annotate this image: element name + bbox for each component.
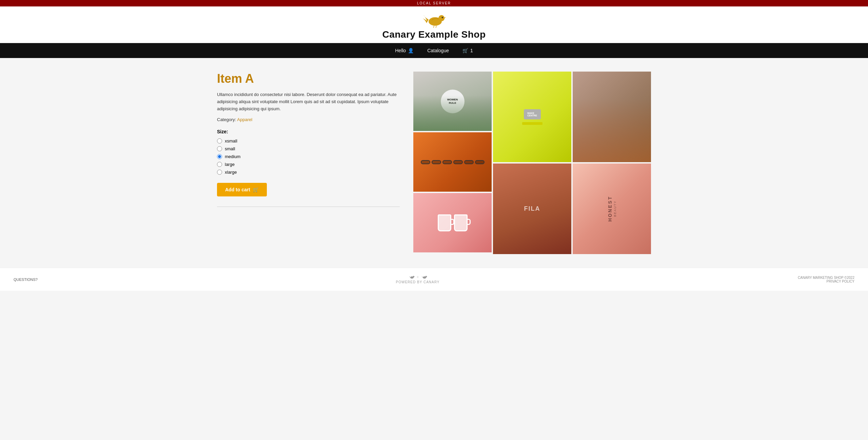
size-label: Size:	[217, 129, 400, 134]
gallery-building	[573, 72, 651, 162]
size-small-label: small	[225, 146, 235, 151]
size-large-label: large	[225, 162, 235, 167]
cart-icon: 🛒	[462, 48, 468, 53]
logo-container	[0, 13, 868, 29]
svg-point-5	[413, 276, 414, 278]
product-divider	[217, 207, 400, 207]
size-medium-option[interactable]: medium	[217, 154, 400, 159]
footer-privacy-link[interactable]: PRIVACY POLICY	[827, 280, 854, 283]
product-description: Ullamco incididunt do consectetur nisi l…	[217, 91, 400, 112]
local-server-bar: LOCAL SERVER	[0, 0, 868, 6]
footer-plus-icon: +	[417, 275, 419, 280]
category-link[interactable]: Apparel	[237, 117, 252, 122]
gallery-section: WOMENRULE	[413, 72, 651, 254]
svg-point-3	[442, 17, 443, 17]
size-medium-label: medium	[225, 154, 240, 159]
footer-questions: QUESTIONS?	[14, 278, 38, 282]
svg-point-2	[442, 17, 443, 18]
footer-bird-icons: +	[409, 275, 427, 280]
person-icon: 👤	[408, 48, 414, 53]
nav-catalogue[interactable]: Catalogue	[427, 48, 449, 53]
gallery-mugs	[413, 193, 492, 252]
product-section: Item A Ullamco incididunt do consectetur…	[217, 72, 400, 254]
gallery-col-3: HONEST BEAUTY	[573, 72, 651, 254]
gallery-honest: HONEST BEAUTY	[573, 164, 651, 254]
gallery-pins: MAKECENTRE	[493, 72, 571, 162]
size-large-option[interactable]: large	[217, 162, 400, 167]
size-xlarge-label: xlarge	[225, 170, 237, 175]
size-xsmall-option[interactable]: xsmall	[217, 138, 400, 144]
svg-point-7	[425, 276, 427, 278]
product-category: Category: Apparel	[217, 117, 400, 122]
svg-point-1	[438, 15, 445, 21]
size-xlarge-option[interactable]: xlarge	[217, 170, 400, 175]
footer-bird-right-icon	[421, 275, 427, 279]
size-small-radio[interactable]	[217, 146, 222, 151]
size-xlarge-radio[interactable]	[217, 170, 222, 175]
size-medium-radio[interactable]	[217, 154, 222, 159]
main-content: Item A Ullamco incididunt do consectetur…	[197, 58, 671, 268]
nav-hello-label: Hello	[395, 48, 406, 53]
size-small-option[interactable]: small	[217, 146, 400, 151]
footer-powered: + POWERED BY CANARY	[396, 275, 440, 284]
footer-bird-left-icon	[409, 275, 415, 279]
gallery-sunglasses	[413, 132, 492, 192]
nav-cart[interactable]: 🛒 1	[462, 48, 473, 53]
bird-logo-icon	[422, 13, 446, 28]
nav-catalogue-label: Catalogue	[427, 48, 449, 53]
nav-hello[interactable]: Hello 👤	[395, 48, 414, 53]
gallery-col-2: MAKECENTRE FILA	[493, 72, 571, 254]
size-large-radio[interactable]	[217, 162, 222, 167]
nav-cart-count: 1	[470, 48, 473, 53]
gallery-col-1: WOMENRULE	[413, 72, 492, 254]
add-to-cart-button[interactable]: Add to cart 🛒	[217, 183, 267, 196]
site-header: Canary Example Shop	[0, 6, 868, 43]
add-to-cart-label: Add to cart	[225, 187, 250, 192]
site-footer: QUESTIONS? + POWERED B	[0, 268, 868, 291]
footer-powered-text: POWERED BY CANARY	[396, 280, 440, 284]
site-title: Canary Example Shop	[0, 29, 868, 40]
size-options: xsmall small medium large xlarge	[217, 138, 400, 175]
footer-right: CANARY MARKETING SHOP ©2022 PRIVACY POLI…	[798, 276, 854, 283]
product-title: Item A	[217, 72, 400, 86]
cart-btn-icon: 🛒	[253, 187, 259, 192]
site-nav: Hello 👤 Catalogue 🛒 1	[0, 43, 868, 58]
local-server-label: LOCAL SERVER	[417, 1, 451, 5]
footer-copyright: CANARY MARKETING SHOP ©2022	[798, 276, 854, 280]
size-xsmall-radio[interactable]	[217, 138, 222, 144]
footer-questions-label: QUESTIONS?	[14, 278, 38, 282]
gallery-women-rule: WOMENRULE	[413, 72, 492, 131]
category-label: Category:	[217, 117, 236, 122]
gallery-fila: FILA	[493, 164, 571, 254]
size-xsmall-label: xsmall	[225, 138, 237, 144]
